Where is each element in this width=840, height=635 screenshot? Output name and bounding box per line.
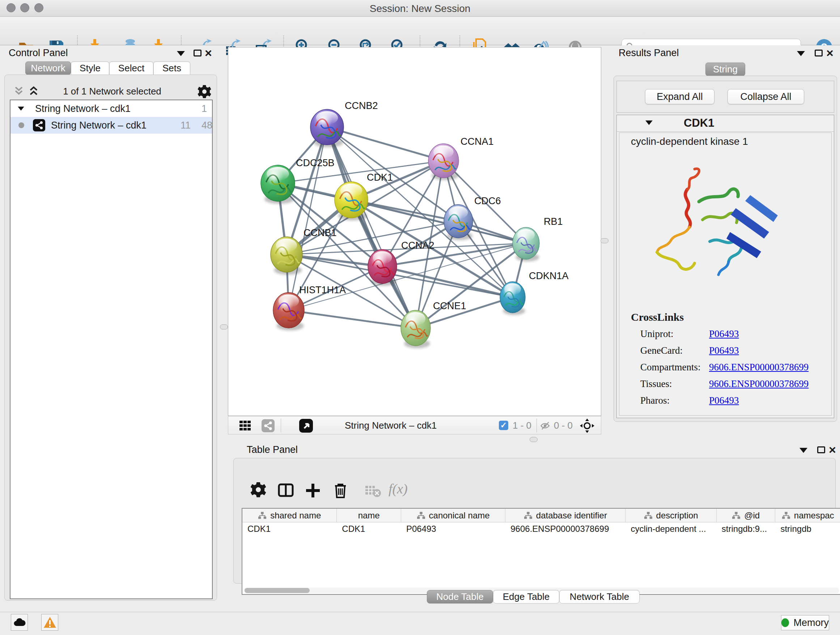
node-table: shared namenamecanonical namedatabase id… <box>242 508 840 595</box>
table-panel-float-icon[interactable] <box>817 447 825 453</box>
table-panel-close-icon[interactable]: × <box>829 445 836 455</box>
cell-canonical-name[interactable]: P06493 <box>401 523 505 535</box>
column-header-shared-name[interactable]: shared name <box>242 509 337 522</box>
birdseye-view-icon[interactable] <box>299 419 313 432</box>
bottom-splitter-handle[interactable] <box>530 437 538 442</box>
cloud-status-button[interactable] <box>11 614 28 631</box>
results-panel: Results Panel × String Expand All Collap… <box>611 45 840 436</box>
warning-status-button[interactable] <box>41 614 58 631</box>
tab-node-table[interactable]: Node Table <box>427 590 493 603</box>
node-label-RB1: RB1 <box>544 216 563 227</box>
node-label-HIST1H1A: HIST1H1A <box>299 285 346 295</box>
node-label-CDKN1A: CDKN1A <box>529 271 569 281</box>
network-node-CDKN1A[interactable]: CDKN1A <box>500 271 569 315</box>
warning-icon <box>43 616 57 628</box>
results-panel-close-icon[interactable]: × <box>826 48 834 58</box>
selected-counts: 1 - 0 <box>513 416 531 435</box>
table-panel-menu-icon[interactable] <box>799 448 807 453</box>
edge-HIST1H1A-CCNE1[interactable] <box>289 310 416 328</box>
crosslink-compartments-link[interactable]: 9606.ENSP00000378699 <box>709 362 808 373</box>
collapse-all-chevron-icon[interactable] <box>13 86 25 97</box>
selected-nodes-checkbox[interactable]: ✓ <box>499 421 508 430</box>
network-node-CDC6[interactable]: CDC6 <box>444 195 501 240</box>
window-title: Session: New Session <box>0 3 840 14</box>
table-panel-title: Table Panel <box>247 444 298 455</box>
network-view-canvas[interactable]: CCNB2CCNA1CDC25BCDK1CDC6RB1CCNB1CCNA2CDK… <box>228 47 601 416</box>
node-label-CDK1: CDK1 <box>367 172 393 183</box>
network-options-gear-icon[interactable] <box>197 84 212 99</box>
expand-all-button[interactable]: Expand All <box>645 89 714 104</box>
column-header-namespac[interactable]: namespac <box>775 509 840 522</box>
control-panel: Control Panel × Network Style Select Set… <box>0 45 221 612</box>
crosslink-uniprot-link[interactable]: P06493 <box>709 328 739 340</box>
network-node-CCNB2[interactable]: CCNB2 <box>310 100 378 147</box>
cloud-icon <box>13 618 26 627</box>
tab-select[interactable]: Select <box>109 62 153 75</box>
network-node-RB1[interactable]: RB1 <box>513 216 563 261</box>
table-row[interactable]: CDK1CDK1P064939606.ENSP00000378699cyclin… <box>242 523 840 535</box>
column-header--id[interactable]: @id <box>717 509 775 522</box>
tab-sets[interactable]: Sets <box>153 62 190 75</box>
column-header-name[interactable]: name <box>337 509 401 522</box>
cell-namespac[interactable]: stringdb <box>775 523 840 535</box>
results-panel-float-icon[interactable] <box>815 50 823 57</box>
fit-selected-crosshair-icon[interactable] <box>580 418 594 433</box>
collection-count: 1 <box>202 100 207 117</box>
title-bar: Session: New Session <box>0 0 840 17</box>
network-node-CCNA1[interactable]: CCNA1 <box>428 136 494 180</box>
separator <box>537 418 537 432</box>
edge-CCNB2-CCNA1[interactable] <box>327 127 444 161</box>
control-panel-menu-icon[interactable] <box>177 51 185 56</box>
expand-all-chevron-icon[interactable] <box>27 86 40 97</box>
cell-database-identifier[interactable]: 9606.ENSP00000378699 <box>505 523 625 535</box>
separator <box>281 418 281 432</box>
cell--id[interactable]: stringdb:9... <box>717 523 775 535</box>
column-header-canonical-name[interactable]: canonical name <box>401 509 505 522</box>
collection-expander-icon[interactable] <box>18 106 24 111</box>
table-options-gear-icon[interactable] <box>250 482 267 499</box>
memory-label: Memory <box>793 617 829 629</box>
network-collection-row[interactable]: String Network – cdk1 1 <box>11 100 212 117</box>
function-builder-icon[interactable]: f(x) <box>388 481 408 497</box>
cell-name[interactable]: CDK1 <box>337 523 401 535</box>
network-column-icon <box>644 511 653 519</box>
tab-style[interactable]: Style <box>71 62 109 75</box>
create-column-icon[interactable] <box>305 482 321 499</box>
delete-table-icon[interactable] <box>365 482 381 499</box>
left-splitter-handle[interactable] <box>220 325 228 329</box>
tab-string[interactable]: String <box>706 63 745 76</box>
grid-view-icon[interactable] <box>239 420 251 432</box>
crosslink-genecard-link[interactable]: P06493 <box>709 345 739 356</box>
right-splitter-handle[interactable] <box>600 238 608 243</box>
hidden-counts: 0 - 0 <box>554 416 573 435</box>
table-panel: Table Panel × f(x) shared namenamecanoni… <box>228 443 840 612</box>
node-label-CCNB1: CCNB1 <box>303 227 337 238</box>
network-view-title: String Network – cdk1 <box>345 416 437 435</box>
crosslink-label: Pharos: <box>640 395 669 406</box>
network-row-selected[interactable]: String Network – cdk1 11 48 <box>11 117 212 134</box>
delete-column-icon[interactable] <box>332 482 349 499</box>
hidden-eye-slash-icon[interactable] <box>540 421 551 431</box>
show-columns-icon[interactable] <box>278 482 294 499</box>
crosslink-pharos-link[interactable]: P06493 <box>709 395 739 406</box>
column-header-description[interactable]: description <box>625 509 716 522</box>
control-panel-close-icon[interactable]: × <box>205 48 212 58</box>
tab-network[interactable]: Network <box>25 62 71 75</box>
collection-label: String Network – cdk1 <box>35 100 131 117</box>
network-node-HIST1H1A[interactable]: HIST1H1A <box>273 285 346 331</box>
cell-description[interactable]: cyclin-dependent ... <box>625 523 716 535</box>
crosslink-tissues-link[interactable]: 9606.ENSP00000378699 <box>709 378 808 390</box>
column-header-database-identifier[interactable]: database identifier <box>505 509 625 522</box>
network-node-CCNE1[interactable]: CCNE1 <box>401 301 466 348</box>
results-panel-menu-icon[interactable] <box>797 51 805 56</box>
tab-network-table[interactable]: Network Table <box>559 590 639 603</box>
edge-CCNB2-CCNE1[interactable] <box>327 127 416 328</box>
control-panel-float-icon[interactable] <box>194 50 202 57</box>
tab-edge-table[interactable]: Edge Table <box>493 590 559 603</box>
cell-shared-name[interactable]: CDK1 <box>242 523 337 535</box>
scrollbar-thumb[interactable] <box>245 588 309 593</box>
crosslink-label: GeneCard: <box>640 345 683 356</box>
network-share-icon[interactable] <box>262 419 275 432</box>
memory-button[interactable]: Memory <box>781 615 829 630</box>
collapse-all-button[interactable]: Collapse All <box>728 89 804 104</box>
